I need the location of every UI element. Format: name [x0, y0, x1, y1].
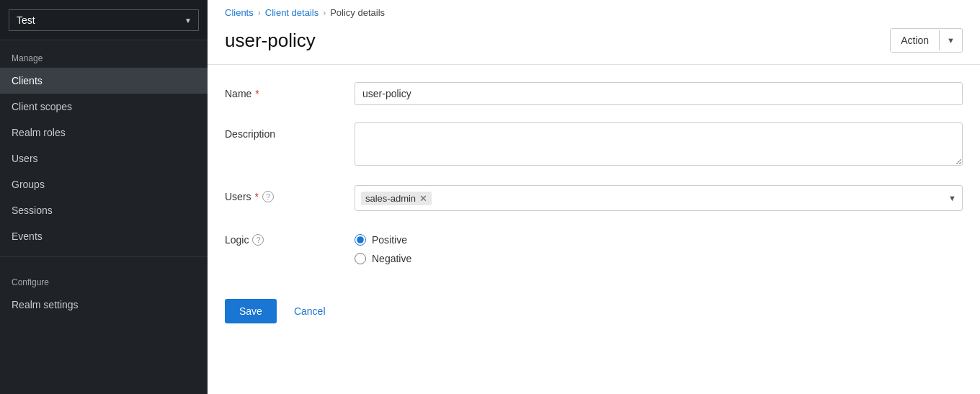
- sidebar-item-groups[interactable]: Groups: [0, 171, 208, 197]
- users-row: Users * ? sales-admin ✕ ▼: [225, 185, 963, 211]
- breadcrumb-sep-2: ›: [323, 8, 326, 18]
- description-input[interactable]: [355, 122, 963, 166]
- logic-positive-label: Positive: [372, 234, 407, 246]
- sidebar-item-realm-settings[interactable]: Realm settings: [0, 292, 208, 318]
- users-tag-select[interactable]: sales-admin ✕ ▼: [355, 185, 963, 211]
- configure-section-label: Configure: [0, 264, 208, 292]
- breadcrumb-policy-details: Policy details: [330, 7, 385, 18]
- save-button[interactable]: Save: [225, 299, 277, 323]
- sidebar-divider: [0, 256, 208, 257]
- sidebar-item-client-scopes[interactable]: Client scopes: [0, 94, 208, 120]
- breadcrumb-clients[interactable]: Clients: [225, 7, 254, 18]
- logic-positive-option[interactable]: Positive: [355, 234, 963, 246]
- tag-label: sales-admin: [365, 193, 416, 204]
- description-label: Description: [225, 122, 355, 140]
- description-row: Description: [225, 122, 963, 168]
- logic-help-icon[interactable]: ?: [252, 234, 264, 246]
- action-button[interactable]: Action ▼: [890, 28, 963, 53]
- main-content: Clients › Client details › Policy detail…: [208, 0, 980, 394]
- tag-remove-sales-admin[interactable]: ✕: [419, 194, 427, 203]
- name-required: *: [255, 88, 259, 99]
- name-input[interactable]: [355, 82, 963, 105]
- sidebar-item-clients[interactable]: Clients: [0, 68, 208, 94]
- page-header: user-policy Action ▼: [208, 25, 980, 65]
- logic-label: Logic ?: [225, 228, 355, 246]
- realm-selector[interactable]: Test: [9, 9, 199, 31]
- name-label: Name *: [225, 82, 355, 99]
- name-row: Name *: [225, 82, 963, 105]
- logic-negative-radio[interactable]: [355, 253, 366, 264]
- sidebar-item-users[interactable]: Users: [0, 145, 208, 171]
- breadcrumb-sep-1: ›: [258, 8, 261, 18]
- action-dropdown-arrow[interactable]: ▼: [939, 30, 962, 50]
- sidebar: Test Manage Clients Client scopes Realm …: [0, 0, 208, 394]
- realm-selector-container[interactable]: Test: [0, 0, 208, 40]
- breadcrumb-client-details[interactable]: Client details: [265, 7, 318, 18]
- manage-section-label: Manage: [0, 40, 208, 68]
- action-button-label: Action: [891, 29, 939, 52]
- logic-radio-group: Positive Negative: [355, 228, 963, 264]
- description-field: [355, 122, 963, 168]
- users-help-icon[interactable]: ?: [262, 191, 274, 202]
- users-dropdown-arrow: ▼: [948, 194, 956, 202]
- sidebar-item-sessions[interactable]: Sessions: [0, 197, 208, 223]
- form-buttons: Save Cancel: [225, 287, 963, 323]
- logic-positive-radio[interactable]: [355, 234, 366, 246]
- name-field: [355, 82, 963, 105]
- form-area: Name * Description Users * ?: [208, 65, 980, 394]
- logic-field: Positive Negative: [355, 228, 963, 264]
- sidebar-item-realm-roles[interactable]: Realm roles: [0, 120, 208, 145]
- users-required: *: [255, 191, 259, 202]
- sidebar-item-events[interactable]: Events: [0, 223, 208, 249]
- breadcrumb: Clients › Client details › Policy detail…: [208, 0, 980, 25]
- logic-negative-label: Negative: [372, 253, 411, 264]
- page-title: user-policy: [225, 30, 316, 52]
- users-field: sales-admin ✕ ▼: [355, 185, 963, 211]
- logic-negative-option[interactable]: Negative: [355, 253, 963, 264]
- logic-row: Logic ? Positive Negative: [225, 228, 963, 264]
- users-label: Users * ?: [225, 185, 355, 202]
- cancel-button[interactable]: Cancel: [285, 299, 334, 323]
- tag-sales-admin: sales-admin ✕: [361, 192, 432, 205]
